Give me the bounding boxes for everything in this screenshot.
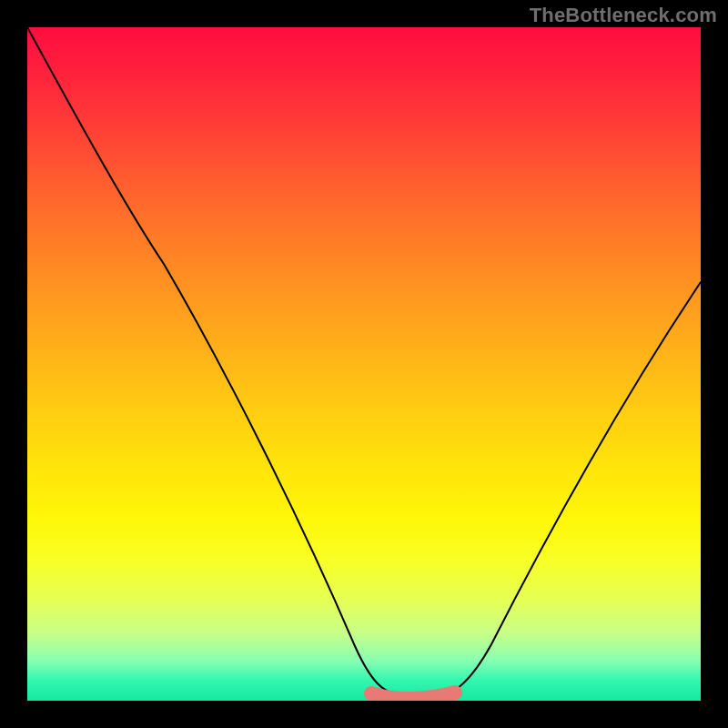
plot-area xyxy=(27,27,701,701)
floor-marker xyxy=(371,693,455,699)
watermark-label: TheBottleneck.com xyxy=(530,4,717,27)
chart-overlay xyxy=(27,27,701,701)
chart-frame: TheBottleneck.com xyxy=(0,0,728,728)
bottleneck-curve xyxy=(27,27,701,695)
